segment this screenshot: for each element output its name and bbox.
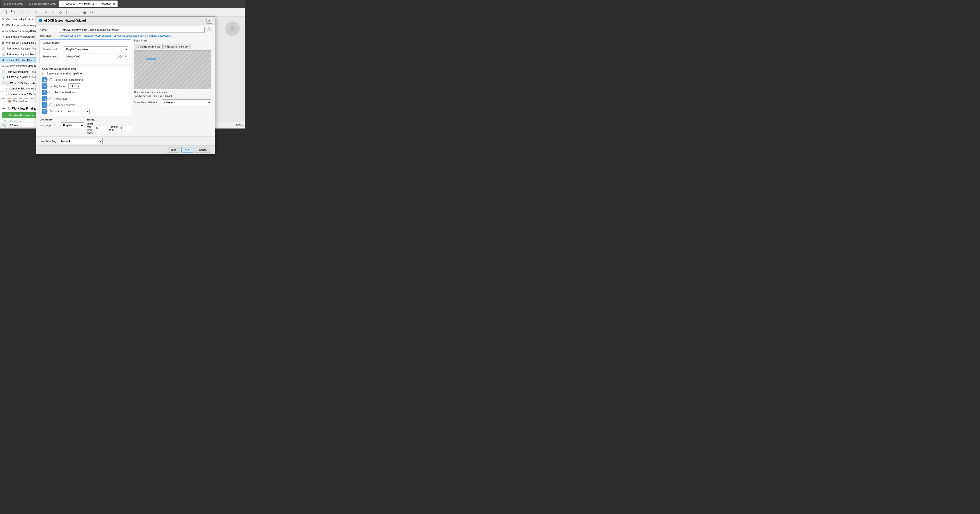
search-text-row: Search text: ⬡ ✕ <box>43 54 128 59</box>
bypass-checkbox[interactable] <box>42 72 45 75</box>
ocr-steps-list: 1. Force black background 2. Scaling fac… <box>42 77 129 114</box>
search-text-input[interactable] <box>64 54 118 59</box>
name-input[interactable] <box>59 27 205 33</box>
dialog-content: Name ? This Step: Activity Workflow/Tran… <box>36 24 215 128</box>
name-label: Name <box>40 29 59 31</box>
timing-row: Initial wait time [sec]: Retries: [0..5] <box>87 122 131 128</box>
ocr-step-5: 5. Enhance contrast <box>42 102 129 108</box>
scan-info: The scan area is currently set to: Fixed… <box>134 91 212 98</box>
dialog-title-text: AI OCR (screen-based) Wizard <box>44 19 207 22</box>
step-4-checkbox[interactable] <box>49 97 52 100</box>
define-scan-label: Define scan area <box>140 45 160 48</box>
step-label: This Step: <box>40 34 59 37</box>
bypass-label: Bypass processing pipeline <box>46 72 82 75</box>
search-mode-section: Search Mode Search mode: RegEx Compariso… <box>40 39 131 63</box>
retries-input[interactable] <box>119 125 131 128</box>
ocr-step-3: 3. Remove shadows <box>42 90 129 95</box>
left-column: Search Mode Search mode: RegEx Compariso… <box>40 39 131 128</box>
reset-x-icon: ✕ <box>164 45 166 48</box>
dictionary-section: Dictionary Language: EnglishGermanFrench <box>40 118 84 128</box>
step-link-row: This Step: Activity Workflow/Transaction… <box>40 34 212 37</box>
scan-info-line2: Fixed position 363;268; size: 86x20. <box>134 94 212 98</box>
ocr-section: OCR Image Preprocessing Bypass processin… <box>40 65 131 116</box>
search-text-icon-btn-2[interactable]: ✕ <box>123 54 128 59</box>
dialog-close-button[interactable]: ✕ <box>207 18 212 24</box>
step-1-label: Force black background <box>54 78 83 81</box>
two-column-layout: Search Mode Search mode: RegEx Compariso… <box>40 39 212 128</box>
ocr-step-6: 6. Color depth: As isGrayscaleBlack & Wh… <box>42 109 129 114</box>
step-1-checkbox[interactable] <box>49 78 52 81</box>
dialog-titlebar: 🔵 AI OCR (screen-based) Wizard ✕ <box>36 17 215 24</box>
dictionary-title: Dictionary <box>40 118 84 121</box>
ai-ocr-dialog: 🔵 AI OCR (screen-based) Wizard ✕ Name ? … <box>36 16 215 128</box>
step-badge-3: 3. <box>42 90 48 95</box>
define-scan-icon: ⬜ <box>135 45 139 48</box>
ocr-step-1: 1. Force black background <box>42 77 129 82</box>
language-label: Language: <box>40 124 59 127</box>
step-3-checkbox[interactable] <box>49 91 52 94</box>
scan-area-title: Scan Area <box>134 39 212 42</box>
step-badge-6: 6. <box>42 109 48 114</box>
scan-relative-label: Scan Area relative to <box>134 101 161 104</box>
scan-indicator <box>146 58 156 60</box>
step-5-checkbox[interactable] <box>49 103 52 106</box>
search-text-label: Search text: <box>43 55 62 58</box>
retries-label: Retries: [0..5] <box>108 125 118 128</box>
language-select[interactable]: EnglishGermanFrench <box>61 122 84 128</box>
step-3-label: Remove shadows <box>54 91 75 94</box>
step-6-label: Color depth: <box>49 110 64 113</box>
reset-fullscreen-button[interactable]: ✕ Reset to fullscreen <box>162 44 191 49</box>
step-link[interactable]: Activity Workflow/Transaction/App Sessio… <box>60 34 171 37</box>
search-mode-row: Search mode: RegEx Comparison Plain Text… <box>43 46 128 52</box>
timing-title: Timing <box>87 118 131 121</box>
search-mode-title: Search Mode <box>43 41 128 44</box>
step-2-label: Scaling factor: <box>49 85 67 87</box>
dialog-overlay: 🔵 AI OCR (screen-based) Wizard ✕ Name ? … <box>0 0 245 128</box>
search-mode-label: Search mode: <box>43 48 62 51</box>
step-badge-5: 5. <box>42 102 48 108</box>
bottom-sections: Dictionary Language: EnglishGermanFrench… <box>40 118 131 128</box>
color-depth-select[interactable]: As isGrayscaleBlack & White <box>66 109 89 114</box>
timing-section: Timing Initial wait time [sec]: Retries:… <box>87 118 131 128</box>
step-5-label: Enhance contrast <box>54 103 75 106</box>
language-row: Language: EnglishGermanFrench <box>40 122 84 128</box>
scan-relative-select[interactable]: < None > App Element Screen <box>162 99 212 105</box>
scan-preview-inner <box>134 51 211 89</box>
step-4-label: Noise filter <box>54 97 67 100</box>
bypass-row: Bypass processing pipeline <box>42 72 129 75</box>
search-mode-select[interactable]: RegEx Comparison Plain Text Fuzzy Match <box>64 46 128 52</box>
wait-time-input[interactable] <box>95 125 107 128</box>
step-badge-1: 1. <box>42 77 48 82</box>
scaling-factor-select[interactable]: x1.0x1.5x2.0 <box>68 83 80 89</box>
scan-relative-row: Scan Area relative to < None > App Eleme… <box>134 99 212 105</box>
search-text-field-wrapper: ⬡ ✕ <box>64 54 128 59</box>
search-text-icon-btn-1[interactable]: ⬡ <box>118 54 123 59</box>
step-badge-4: 4. <box>42 96 48 102</box>
scan-preview <box>134 51 212 89</box>
ocr-step-4: 4. Noise filter <box>42 96 129 102</box>
wait-time-label: Initial wait time [sec]: <box>87 122 94 128</box>
scan-info-line1: The scan area is currently set to: <box>134 91 212 94</box>
help-button[interactable]: ? <box>207 27 212 32</box>
reset-scan-label: Reset to fullscreen <box>167 45 189 48</box>
define-scan-area-button[interactable]: ⬜ Define scan area <box>134 44 161 49</box>
ocr-title: OCR Image Preprocessing <box>42 67 129 70</box>
step-badge-2: 2. <box>42 83 48 89</box>
scan-area-toolbar: ⬜ Define scan area ✕ Reset to fullscreen <box>134 44 212 49</box>
scan-area-section: Scan Area ⬜ Define scan area ✕ Reset to … <box>134 39 212 128</box>
name-row: Name ? <box>40 27 212 33</box>
dialog-title-icon: 🔵 <box>38 19 43 22</box>
ocr-step-2: 2. Scaling factor: x1.0x1.5x2.0 <box>42 83 129 89</box>
